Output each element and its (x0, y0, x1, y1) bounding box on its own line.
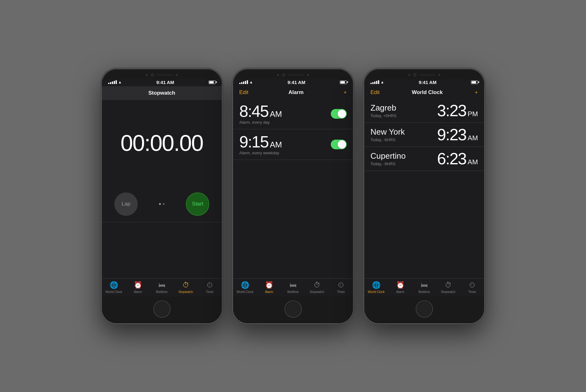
screen-alarm: ▲ 9:41 AM Edit Alarm + 8:45 AM Alarm, ev… (233, 79, 353, 297)
alarm-item-2[interactable]: 9:15 AM Alarm, every weekday (233, 129, 353, 160)
tab-alarm-active[interactable]: ⏰ Alarm (257, 281, 281, 294)
signal-dot-1 (108, 83, 109, 84)
tab-stopwatch-wc[interactable]: ⏱ Stopwatch (436, 281, 460, 294)
clock-item-cupertino[interactable]: Cupertino Today, -9HRS 6:23 AM (364, 147, 484, 171)
screen-stopwatch: ▲ 9:41 AM Stopwatch 00:00.00 Lap (102, 79, 222, 297)
lap-button[interactable]: Lap (114, 192, 138, 216)
clock-time-newyork: 9:23 (437, 126, 466, 144)
wifi-icon: ▲ (118, 80, 122, 84)
speaker-grille (288, 74, 304, 76)
tab-world-clock[interactable]: 🌐 World Clock (102, 281, 126, 294)
tab-world-clock-alarm[interactable]: 🌐 World Clock (233, 281, 257, 294)
alarm-icon: ⏰ (134, 281, 142, 289)
stopwatch-icon-alarm: ⏱ (314, 281, 320, 289)
signal-dots (108, 80, 117, 84)
alarm-time-value-2: 9:15 (239, 133, 268, 151)
clock-city-block-zagreb: Zagreb Today, +0HRS (370, 103, 396, 118)
alarm-nav-bar: Edit Alarm + (233, 86, 353, 99)
status-left: ▲ (108, 80, 122, 84)
world-clock-icon-alarm: 🌐 (241, 281, 249, 289)
speaker-grille (420, 74, 435, 76)
alarm-period-1: AM (270, 109, 282, 119)
worldclock-content: Zagreb Today, +0HRS 3:23 PM New York Tod… (364, 99, 484, 278)
world-clock-icon-active: 🌐 (372, 281, 380, 289)
tab-bedtime-alarm[interactable]: 🛏 Bedtime (281, 281, 305, 294)
stopwatch-time: 00:00.00 (121, 130, 203, 156)
toggle-knob-2 (338, 140, 346, 149)
home-button-wc[interactable] (416, 300, 433, 318)
bedtime-icon-wc: 🛏 (421, 281, 428, 289)
tab-label-bedtime-alarm: Bedtime (287, 290, 299, 294)
tab-label-stopwatch-wc: Stopwatch (441, 290, 455, 294)
speaker-dot (408, 74, 410, 76)
timer-icon-alarm: ⏲ (338, 281, 345, 289)
tab-bar-wc: 🌐 World Clock ⏰ Alarm 🛏 Bedtime ⏱ Stopwa… (364, 278, 484, 297)
speaker-dot (277, 74, 279, 76)
screen-worldclock: ▲ 9:41 AM Edit World Clock + Zagreb Toda… (364, 79, 484, 297)
pagination-dots (159, 203, 165, 205)
front-camera (413, 73, 416, 77)
home-button-alarm[interactable] (285, 300, 302, 318)
tab-label-bedtime: Bedtime (156, 290, 168, 294)
add-clock-button[interactable]: + (475, 89, 478, 96)
tab-label-stopwatch-alarm: Stopwatch (310, 290, 324, 294)
toggle-knob-1 (338, 110, 346, 118)
clock-time-zagreb: 3:23 (437, 102, 466, 120)
tab-bar-alarm: 🌐 World Clock ⏰ Alarm 🛏 Bedtime ⏱ Stopwa… (233, 278, 353, 297)
alarm-content: 8:45 AM Alarm, every day 9:15 AM Alarm, … (233, 99, 353, 278)
phone-top-bar (102, 69, 222, 79)
tab-label-alarm: Alarm (134, 290, 142, 294)
stopwatch-icon-wc: ⏱ (445, 281, 452, 289)
clock-item-zagreb[interactable]: Zagreb Today, +0HRS 3:23 PM (364, 99, 484, 123)
signal-dots (239, 80, 248, 84)
phone-top-bar-alarm (233, 69, 353, 79)
tab-world-clock-active[interactable]: 🌐 World Clock (364, 281, 388, 294)
timer-icon-wc: ⏲ (469, 281, 476, 289)
add-alarm-button[interactable]: + (344, 89, 347, 96)
tab-alarm-wc[interactable]: ⏰ Alarm (388, 281, 412, 294)
stopwatch-title: Stopwatch (148, 90, 175, 96)
signal-dot-3 (112, 82, 113, 84)
tab-bedtime[interactable]: 🛏 Bedtime (150, 281, 174, 294)
phone-top-bar-wc (364, 69, 484, 79)
tab-bedtime-wc[interactable]: 🛏 Bedtime (412, 281, 436, 294)
status-time-alarm: 9:41 AM (287, 80, 305, 85)
edit-button-alarm[interactable]: Edit (239, 89, 248, 96)
signal-dot-4 (114, 81, 115, 84)
phone-worldclock: ▲ 9:41 AM Edit World Clock + Zagreb Toda… (363, 68, 485, 324)
status-bar-alarm: ▲ 9:41 AM (233, 79, 353, 86)
stopwatch-controls: Lap Start (102, 186, 222, 222)
clock-city-zagreb: Zagreb (370, 103, 396, 113)
signal-dots (370, 80, 379, 84)
speaker-dot-2 (176, 74, 178, 76)
wifi-icon-wc: ▲ (380, 80, 384, 84)
alarm-item-1[interactable]: 8:45 AM Alarm, every day (233, 99, 353, 129)
home-button-area-alarm (233, 297, 353, 323)
tab-bar-stopwatch: 🌐 World Clock ⏰ Alarm 🛏 Bedtime ⏱ Stopwa… (102, 278, 222, 297)
tab-timer-alarm[interactable]: ⏲ Timer (329, 281, 353, 294)
home-button[interactable] (153, 300, 171, 318)
wc-nav-bar: Edit World Clock + (364, 86, 484, 99)
clock-city-newyork: New York (370, 127, 405, 137)
tab-timer-wc[interactable]: ⏲ Timer (460, 281, 484, 294)
alarm-icon-active: ⏰ (265, 281, 273, 289)
status-time-wc: 9:41 AM (419, 80, 436, 85)
world-clock-icon: 🌐 (110, 281, 118, 289)
clock-city-block-newyork: New York Today, -6HRS (370, 127, 405, 142)
stopwatch-title-bar: Stopwatch (102, 86, 222, 100)
start-button[interactable]: Start (186, 192, 209, 216)
status-bar: ▲ 9:41 AM (102, 79, 222, 86)
tab-alarm[interactable]: ⏰ Alarm (126, 281, 150, 294)
signal-dot-2 (110, 82, 111, 84)
tab-stopwatch-alarm[interactable]: ⏱ Stopwatch (305, 281, 329, 294)
tab-label-alarm-active: Alarm (265, 290, 273, 294)
toggle-alarm-2[interactable] (331, 140, 347, 149)
alarm-nav-title: Alarm (289, 89, 304, 96)
tab-timer[interactable]: ⏲ Timer (198, 281, 222, 294)
edit-button-wc[interactable]: Edit (370, 89, 380, 96)
clock-item-newyork[interactable]: New York Today, -6HRS 9:23 AM (364, 123, 484, 147)
tab-stopwatch-active[interactable]: ⏱ Stopwatch (174, 281, 198, 294)
page-dot-2 (163, 203, 165, 205)
toggle-alarm-1[interactable] (331, 109, 347, 119)
phone-alarm: ▲ 9:41 AM Edit Alarm + 8:45 AM Alarm, ev… (232, 68, 354, 324)
